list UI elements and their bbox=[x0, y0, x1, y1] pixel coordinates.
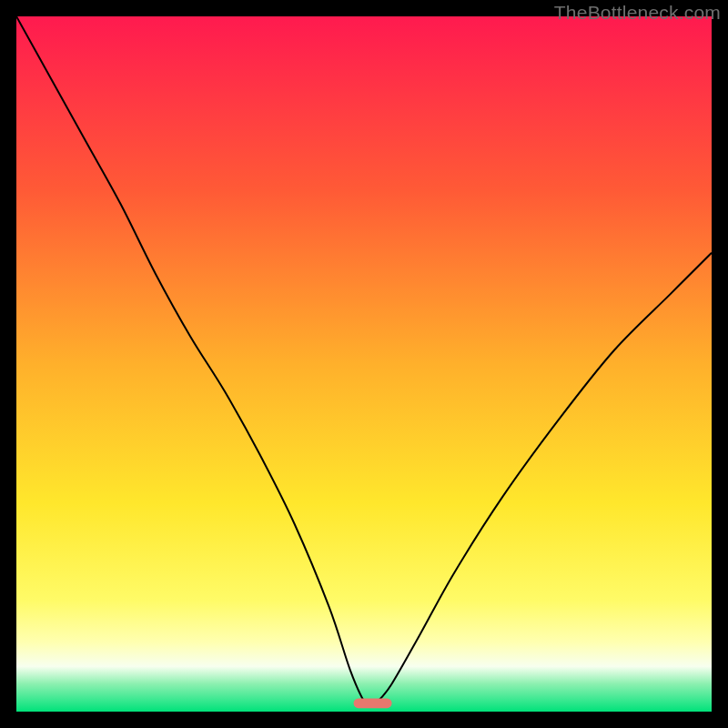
watermark-text: TheBottleneck.com bbox=[554, 2, 721, 24]
optimum-marker bbox=[354, 698, 392, 708]
chart-frame: TheBottleneck.com bbox=[0, 0, 728, 728]
gradient-background bbox=[16, 16, 712, 712]
plot-area bbox=[16, 16, 712, 712]
bottleneck-chart-svg bbox=[16, 16, 712, 712]
